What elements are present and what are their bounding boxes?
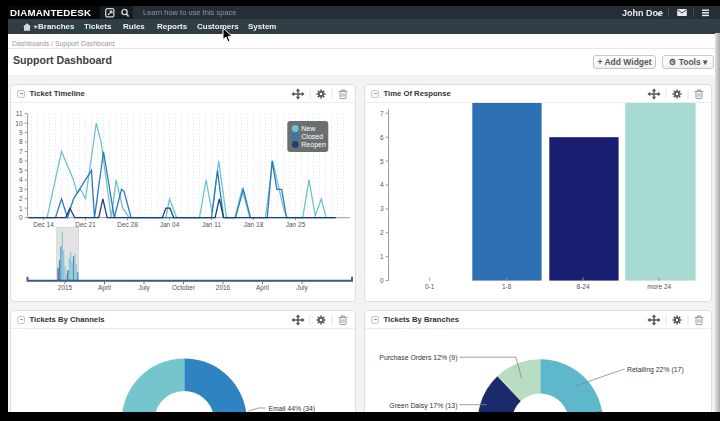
svg-text:Jan 25: Jan 25 bbox=[286, 221, 306, 228]
svg-text:4: 4 bbox=[19, 176, 23, 183]
svg-text:Jan 04: Jan 04 bbox=[160, 221, 180, 228]
svg-text:1: 1 bbox=[380, 253, 384, 260]
svg-text:April: April bbox=[256, 284, 270, 292]
svg-text:8-24: 8-24 bbox=[576, 283, 589, 290]
svg-text:6: 6 bbox=[380, 134, 384, 141]
svg-text:1-8: 1-8 bbox=[502, 283, 512, 290]
svg-text:11: 11 bbox=[16, 110, 23, 117]
svg-text:Dec 28: Dec 28 bbox=[117, 221, 138, 228]
svg-text:2: 2 bbox=[19, 195, 23, 202]
svg-text:6: 6 bbox=[19, 157, 23, 164]
svg-text:7: 7 bbox=[19, 148, 23, 155]
svg-text:8: 8 bbox=[19, 138, 23, 145]
svg-text:3: 3 bbox=[19, 186, 23, 193]
svg-text:5: 5 bbox=[380, 158, 384, 165]
svg-text:0-1: 0-1 bbox=[425, 283, 435, 290]
svg-text:Dec 21: Dec 21 bbox=[75, 221, 96, 228]
svg-text:more 24: more 24 bbox=[647, 283, 671, 290]
svg-text:July: July bbox=[138, 284, 150, 292]
svg-text:July: July bbox=[296, 284, 308, 292]
svg-text:Green Daisy 17% (13): Green Daisy 17% (13) bbox=[389, 402, 457, 410]
svg-text:7: 7 bbox=[380, 110, 384, 117]
svg-text:5: 5 bbox=[19, 167, 23, 174]
svg-text:Retailing 22% (17): Retailing 22% (17) bbox=[627, 366, 684, 374]
svg-text:10: 10 bbox=[15, 120, 23, 127]
svg-text:Closed: Closed bbox=[301, 133, 323, 140]
svg-text:Jan 18: Jan 18 bbox=[244, 221, 264, 228]
svg-text:2016: 2016 bbox=[216, 284, 231, 291]
svg-text:Jan 11: Jan 11 bbox=[202, 221, 221, 228]
svg-text:Dec 14: Dec 14 bbox=[33, 221, 54, 228]
svg-text:0: 0 bbox=[380, 277, 384, 284]
svg-text:2: 2 bbox=[380, 229, 384, 236]
svg-text:2015: 2015 bbox=[58, 284, 73, 291]
svg-text:October: October bbox=[172, 284, 196, 291]
svg-text:3: 3 bbox=[380, 205, 384, 212]
svg-text:Purchase Orders 12% (9): Purchase Orders 12% (9) bbox=[379, 354, 457, 362]
svg-text:0: 0 bbox=[19, 214, 23, 221]
svg-text:New: New bbox=[301, 125, 316, 132]
svg-text:4: 4 bbox=[380, 181, 384, 188]
svg-text:Reopen: Reopen bbox=[301, 141, 326, 149]
svg-text:9: 9 bbox=[19, 129, 23, 136]
svg-text:April: April bbox=[98, 284, 112, 292]
svg-text:1: 1 bbox=[19, 205, 23, 212]
